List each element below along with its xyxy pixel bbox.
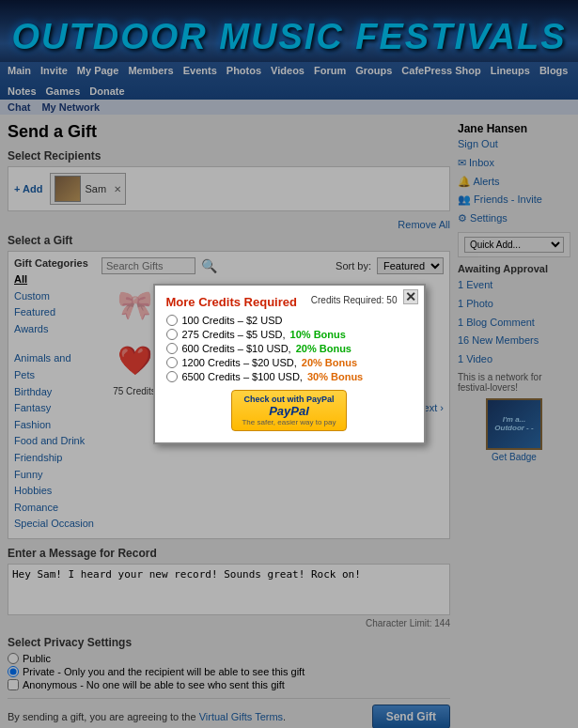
credits-label-3: 1200 Credits – $20 USD, <box>182 357 297 368</box>
credits-bonus-3: 20% Bonus <box>302 357 357 368</box>
modal-close-button[interactable]: ✕ <box>403 289 418 304</box>
credits-bonus-1: 10% Bonus <box>290 329 346 340</box>
credits-label-4: 6500 Credits – $100 USD, <box>182 371 303 382</box>
credits-radio-1[interactable] <box>166 329 178 340</box>
credits-label-1: 275 Credits – $5 USD, <box>182 329 286 340</box>
credits-radio-3[interactable] <box>166 357 178 368</box>
modal-option-2: 600 Credits – $10 USD, 20% Bonus <box>166 343 413 354</box>
modal-option-3: 1200 Credits – $20 USD, 20% Bonus <box>166 357 413 368</box>
paypal-sub: The safer, easier way to pay <box>242 418 336 426</box>
credits-bonus-2: 20% Bonus <box>296 343 351 354</box>
modal-credits-required: Credits Required: 50 <box>311 295 398 305</box>
credits-bonus-4: 30% Bonus <box>307 371 363 382</box>
credits-radio-2[interactable] <box>166 343 178 354</box>
modal-overlay[interactable]: More Credits Required Credits Required: … <box>0 0 578 728</box>
credits-label-0: 100 Credits – $2 USD <box>182 315 283 326</box>
credits-radio-0[interactable] <box>166 315 178 326</box>
modal-options: 100 Credits – $2 USD 275 Credits – $5 US… <box>166 315 413 382</box>
modal-option-1: 275 Credits – $5 USD, 10% Bonus <box>166 329 413 340</box>
credits-radio-4[interactable] <box>166 371 178 382</box>
modal-option-0: 100 Credits – $2 USD <box>166 315 413 326</box>
modal-option-4: 6500 Credits – $100 USD, 30% Bonus <box>166 371 413 382</box>
paypal-label: Check out with PayPal <box>242 395 336 404</box>
paypal-button[interactable]: Check out with PayPal PayPal The safer, … <box>231 390 346 431</box>
modal: More Credits Required Credits Required: … <box>153 284 426 444</box>
paypal-logo: PayPal <box>242 404 336 418</box>
credits-label-2: 600 Credits – $10 USD, <box>182 343 291 354</box>
